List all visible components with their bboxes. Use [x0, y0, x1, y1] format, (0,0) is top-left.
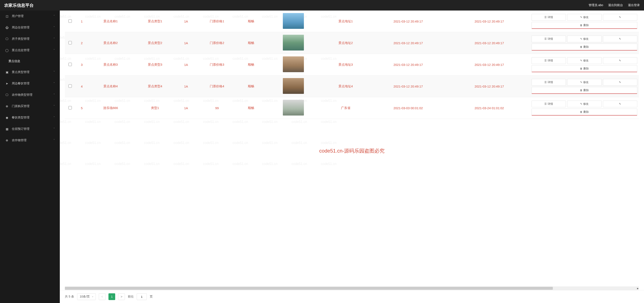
delete-button[interactable]: 🗑删除: [532, 22, 637, 29]
delete-button[interactable]: 🗑删除: [532, 109, 637, 115]
edit-icon: ✎: [580, 102, 582, 105]
sidebar-item-6[interactable]: 🖵农作物类型管理˅: [0, 89, 60, 101]
chevron-down-icon: ˅: [54, 116, 55, 119]
sidebar-item-10[interactable]: ⊕农作物管理˅: [0, 135, 60, 146]
table-row: 5 游乐场666 类型1 1A 99 顺畅 广东省 2021-03-03 00:…: [65, 97, 639, 119]
cell-idx: 1: [76, 10, 88, 32]
sidebar-item-2[interactable]: 🖵房子类型管理˅: [0, 33, 60, 45]
cell-time1: 2021-03-12 20:49:17: [368, 75, 449, 97]
detail-button[interactable]: ☰详情: [532, 14, 566, 21]
goto-page-input[interactable]: [137, 293, 147, 300]
sidebar-item-label: 用户管理: [12, 14, 24, 18]
more-icon: ✎: [619, 102, 621, 105]
row-checkbox[interactable]: [68, 63, 72, 66]
detail-button[interactable]: ☰详情: [532, 79, 566, 86]
sidebar-item-1[interactable]: ⏻周边住宿管理˅: [0, 22, 60, 33]
cell-image: [263, 10, 324, 32]
next-page-button[interactable]: >: [118, 293, 125, 300]
chevron-down-icon: ˅: [54, 105, 55, 108]
thumbnail-image: [283, 78, 304, 94]
edit-button[interactable]: ✎修改: [567, 57, 602, 64]
cell-name: 游乐场666: [88, 97, 133, 119]
header-actions: 管理员 abo 退出到前台 退出登录: [588, 3, 640, 7]
main-content: code51.cncode51.cncode51.cncode51.cncode…: [60, 10, 644, 303]
sidebar-item-label: 景点信息管理: [12, 48, 30, 52]
cell-addr: 景点地址4: [324, 75, 368, 97]
detail-icon: ☰: [544, 81, 547, 84]
page-size-select[interactable]: 10条/页: [77, 293, 96, 300]
thumbnail-image: [283, 56, 304, 72]
chevron-down-icon: ˅: [54, 71, 55, 74]
cell-time2: 2021-03-12 20:49:17: [449, 75, 530, 97]
user-alt-icon: ▣: [5, 70, 9, 74]
delete-button[interactable]: 🗑删除: [532, 65, 637, 72]
edit-button[interactable]: ✎修改: [567, 101, 602, 107]
sidebar-item-9[interactable]: ▦住宿预订管理˅: [0, 123, 60, 135]
chevron-down-icon: ˅: [54, 139, 55, 142]
cell-price: 门票价格2: [195, 32, 239, 54]
more-button[interactable]: ✎: [603, 14, 637, 21]
cell-idx: 5: [76, 97, 88, 119]
sidebar-item-label: 农作物管理: [12, 138, 26, 142]
cell-status: 顺畅: [239, 97, 263, 119]
detail-button[interactable]: ☰详情: [532, 57, 566, 64]
submenu-item[interactable]: 景点信息: [0, 56, 60, 66]
row-checkbox[interactable]: [68, 19, 72, 23]
cell-name: 景点名称3: [88, 54, 133, 75]
trash-icon: 🗑: [580, 24, 582, 27]
sidebar: ◫用户管理˅⏻周边住宿管理˅🖵房子类型管理˅◯景点信息管理˄景点信息▣景点类型管…: [0, 10, 60, 303]
send-icon: ➤: [5, 82, 9, 85]
sidebar-item-5[interactable]: ➤周边餐饮管理˅: [0, 78, 60, 89]
sidebar-item-0[interactable]: ◫用户管理˅: [0, 10, 60, 22]
edit-button[interactable]: ✎修改: [567, 35, 602, 42]
row-checkbox[interactable]: [68, 106, 72, 109]
cell-status: 顺畅: [239, 32, 263, 54]
admin-label[interactable]: 管理员 abo: [588, 3, 603, 7]
logout-front-link[interactable]: 退出到前台: [608, 3, 623, 7]
scroll-right-icon[interactable]: ▶: [636, 286, 639, 290]
cell-image: [263, 32, 324, 54]
detail-button[interactable]: ☰详情: [532, 101, 566, 107]
cell-image: [263, 75, 324, 97]
detail-icon: ☰: [544, 37, 547, 40]
cell-type: 类型1: [133, 97, 177, 119]
plus-circle-icon: ⊕: [5, 104, 9, 108]
more-button[interactable]: ✎: [603, 79, 637, 86]
trash-icon: 🗑: [580, 110, 582, 113]
page-number-button[interactable]: 1: [108, 293, 115, 300]
horizontal-scrollbar[interactable]: ◀ ▶: [65, 286, 639, 290]
cell-price: 门票价格1: [195, 10, 239, 32]
row-checkbox[interactable]: [68, 84, 72, 88]
scrollbar-thumb[interactable]: [65, 287, 553, 290]
cell-time2: 2021-03-24 01:01:02: [449, 97, 530, 119]
sidebar-item-7[interactable]: ⊕门票购买管理˅: [0, 101, 60, 112]
cell-idx: 2: [76, 32, 88, 54]
prev-page-button[interactable]: <: [99, 293, 106, 300]
cell-addr: 广东省: [324, 97, 368, 119]
sidebar-item-8[interactable]: ◉餐饮类型管理˅: [0, 112, 60, 123]
sidebar-item-4[interactable]: ▣景点类型管理˅: [0, 66, 60, 78]
edit-button[interactable]: ✎修改: [567, 79, 602, 86]
edit-button[interactable]: ✎修改: [567, 14, 602, 21]
detail-button[interactable]: ☰详情: [532, 35, 566, 42]
more-button[interactable]: ✎: [603, 101, 637, 107]
cell-actions: ☰详情 ✎修改 ✎ 🗑删除: [530, 32, 639, 54]
goto-label-post: 页: [150, 295, 153, 299]
delete-button[interactable]: 🗑删除: [532, 43, 637, 50]
table-row: 1 景点名称1 景点类型1 1A 门票价格1 顺畅 景点地址1 2021-03-…: [65, 10, 639, 32]
logout-link[interactable]: 退出登录: [628, 3, 640, 7]
cell-actions: ☰详情 ✎修改 ✎ 🗑删除: [530, 97, 639, 119]
app-header: 农家乐信息平台 管理员 abo 退出到前台 退出登录: [0, 0, 644, 10]
thumbnail-image: [283, 35, 304, 50]
more-button[interactable]: ✎: [603, 57, 637, 64]
trash-icon: 🗑: [580, 89, 582, 92]
delete-button[interactable]: 🗑删除: [532, 87, 637, 94]
goto-label-pre: 前往: [128, 295, 134, 299]
cell-status: 顺畅: [239, 75, 263, 97]
cell-name: 景点名称4: [88, 75, 133, 97]
more-icon: ✎: [619, 37, 621, 40]
sidebar-item-3[interactable]: ◯景点信息管理˄: [0, 45, 60, 56]
more-button[interactable]: ✎: [603, 35, 637, 42]
chevron-down-icon: ˅: [54, 37, 55, 40]
row-checkbox[interactable]: [68, 41, 72, 44]
